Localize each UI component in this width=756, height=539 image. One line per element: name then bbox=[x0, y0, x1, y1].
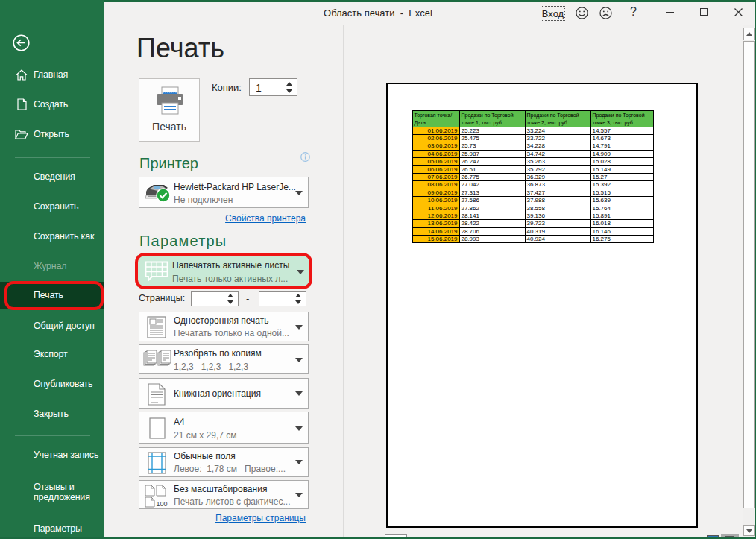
svg-text:100: 100 bbox=[157, 500, 168, 508]
